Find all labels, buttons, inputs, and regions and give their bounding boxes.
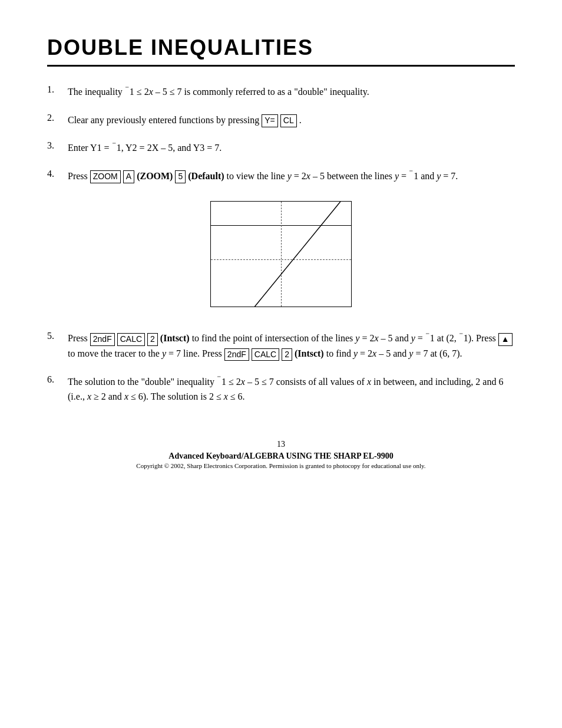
list-item-2: 2. Clear any previously entered function… xyxy=(47,113,515,128)
graph-box xyxy=(210,201,352,307)
key-calc-1: CALC xyxy=(117,333,145,346)
key-5: 5 xyxy=(175,170,186,183)
key-2-2: 2 xyxy=(282,348,292,361)
list-text-4: Press ZOOM A (ZOOM) 5 (Default) to view … xyxy=(68,169,515,184)
content-area: 1. The inequality ⁻1 ≤ 2x – 5 ≤ 7 is com… xyxy=(47,84,515,404)
key-2ndf-1: 2ndF xyxy=(90,333,115,346)
list-num-4: 4. xyxy=(47,169,68,179)
list-num-5: 5. xyxy=(47,331,68,341)
list-section-2: 5. Press 2ndF CALC 2 (Intsct) to find th… xyxy=(47,331,515,404)
key-zoom: ZOOM xyxy=(90,170,121,183)
neg-6: ⁻ xyxy=(217,374,221,383)
footer-page-num: 13 xyxy=(47,440,515,449)
key-a: A xyxy=(123,170,134,183)
neg-5b: ⁻ xyxy=(459,331,463,340)
neg-1: ⁻ xyxy=(125,85,129,93)
page-container: Double Inequalities 1. The inequality ⁻1… xyxy=(47,35,515,469)
list-text-2: Clear any previously entered functions b… xyxy=(68,113,515,128)
footer-title: Advanced Keyboard/ALGEBRA USING THE SHAR… xyxy=(47,452,515,461)
default-label: (Default) xyxy=(188,171,224,181)
list-text-5: Press 2ndF CALC 2 (Intsct) to find the p… xyxy=(68,331,515,361)
neg-4: ⁻ xyxy=(409,169,413,177)
list-num-2: 2. xyxy=(47,113,68,123)
list-section-1: 1. The inequality ⁻1 ≤ 2x – 5 ≤ 7 is com… xyxy=(47,84,515,183)
key-y-equals: Y= xyxy=(262,114,278,127)
zoom-label: (ZOOM) xyxy=(137,171,173,181)
intsct-label-2: (Intsct) xyxy=(295,348,324,358)
key-triangle: ▲ xyxy=(498,333,513,346)
list-item-1: 1. The inequality ⁻1 ≤ 2x – 5 ≤ 7 is com… xyxy=(47,84,515,100)
neg-3: ⁻ xyxy=(112,141,116,149)
page-title: Double Inequalities xyxy=(47,35,515,67)
list-text-1: The inequality ⁻1 ≤ 2x – 5 ≤ 7 is common… xyxy=(68,84,515,100)
svg-line-0 xyxy=(255,202,340,307)
neg-5a: ⁻ xyxy=(425,331,429,340)
key-cl: CL xyxy=(280,114,297,127)
intsct-label-1: (Intsct) xyxy=(160,333,190,343)
list-num-3: 3. xyxy=(47,140,68,151)
list-text-6: The solution to the "double" inequality … xyxy=(68,374,515,404)
footer: 13 Advanced Keyboard/ALGEBRA USING THE S… xyxy=(47,440,515,469)
graph-diagonal xyxy=(211,202,351,307)
graph-container xyxy=(47,201,515,307)
list-num-6: 6. xyxy=(47,374,68,385)
key-calc-2: CALC xyxy=(252,348,279,361)
list-num-1: 1. xyxy=(47,84,68,95)
list-item-5: 5. Press 2ndF CALC 2 (Intsct) to find th… xyxy=(47,331,515,361)
list-item-3: 3. Enter Y1 = ⁻1, Y2 = 2X – 5, and Y3 = … xyxy=(47,140,515,156)
list-item-4: 4. Press ZOOM A (ZOOM) 5 (Default) to vi… xyxy=(47,169,515,184)
list-item-6: 6. The solution to the "double" inequali… xyxy=(47,374,515,404)
key-2ndf-2: 2ndF xyxy=(224,348,249,361)
key-2-1: 2 xyxy=(147,333,158,346)
footer-copyright: Copyright © 2002, Sharp Electronics Corp… xyxy=(47,462,515,469)
list-text-3: Enter Y1 = ⁻1, Y2 = 2X – 5, and Y3 = 7. xyxy=(68,140,515,156)
